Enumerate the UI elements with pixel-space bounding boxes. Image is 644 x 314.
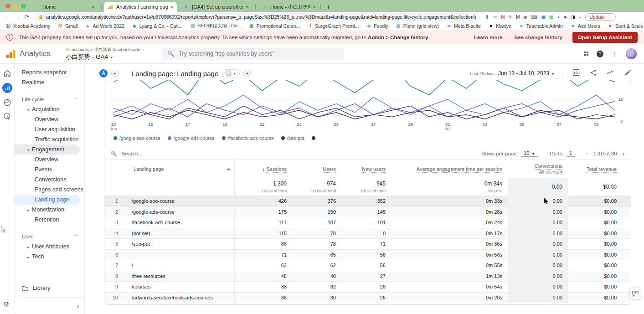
avatar[interactable] [626,48,637,59]
browser-tab-school-home[interactable]: ◎ Home - 小白新势学院 × [258,2,319,12]
sidebar-item-conversions[interactable]: Conversions [15,175,84,185]
share-report-icon[interactable] [590,69,597,78]
extension-icon[interactable]: ▣ [541,15,545,20]
extension-icon[interactable]: M [501,15,505,20]
total-revenue-header[interactable]: Total revenue [568,166,631,172]
help-icon[interactable]: ? [597,51,603,57]
users-header[interactable]: Users [292,166,341,172]
add-metric-icon[interactable]: + [243,70,251,77]
table-row[interactable]: 9 /courses 38 32 26 0m 54s 0.00 $0.00 [104,281,631,292]
bookmark-item[interactable]: ■ Klaviyo [488,23,511,29]
table-row[interactable]: 8 /free-resources 48 40 27 1m 13s 0.00 $… [104,271,631,282]
sidebar-item-reports-snapshot[interactable]: Reports snapshot [15,67,84,77]
table-row[interactable]: 4 (not set) 115 78 0 0m 17s 0.00 $0.00 [104,228,631,239]
reload-icon[interactable]: ⟳ [25,14,29,20]
edit-report-icon[interactable] [624,69,631,78]
legend-item[interactable]: /google-seo-course [113,135,160,141]
prev-page-icon[interactable]: ‹ [586,150,588,157]
date-range-picker[interactable]: Jun 13 - Jul 10, 2023▼ [498,70,555,77]
new-users-header[interactable]: New users [341,166,391,172]
see-change-history-link[interactable]: See change history [514,35,562,40]
insights-icon[interactable] [607,69,614,78]
reports-icon[interactable] [2,83,12,93]
sidebar-item-engagement-overview[interactable]: Overview [15,154,84,165]
dimension-header[interactable]: Landing page+ [121,165,234,173]
bookmark-star-icon[interactable]: ☆ [493,14,497,20]
tab-close-icon[interactable]: × [313,4,316,10]
collapse-caret-icon[interactable]: ⌃ [74,232,78,242]
bookmark-item[interactable]: Ⓝ Xiaobai Academy [5,23,50,29]
bookmark-item[interactable]: ▤ SEO课程大纲 - Go... [190,23,242,29]
table-row[interactable]: 10 /adwords-seo-facebook-ads-courses 36 … [104,292,631,303]
sidebar-section-user[interactable]: User⌃ [15,232,84,242]
learn-more-link[interactable]: Learn more [474,35,503,40]
browser-tab-analytics[interactable]: Analytics | Landing page: Land × [104,2,177,12]
search-input[interactable] [179,51,339,57]
bookmark-item[interactable]: ▲ Ad World 2022 [85,23,124,29]
legend-item[interactable]: /google-ads-course [168,135,215,141]
sidebar-item-retention[interactable]: Retention [15,215,84,225]
bookmark-item[interactable]: ▦ Plann (grid view) [396,23,439,29]
forward-icon[interactable]: → [15,14,20,20]
sidebar-item-monetization[interactable]: ▸Monetization [15,205,84,215]
sidebar-item-pages-and-screens[interactable]: Pages and screens [15,185,84,195]
sessions-line-chart[interactable] [113,80,615,121]
more-options-icon[interactable]: ⋮ [612,51,618,57]
legend-item[interactable] [312,136,318,140]
table-search-input[interactable]: Search... [122,151,143,156]
bookmark-item[interactable]: ● Add Users [570,23,600,29]
extension-icon[interactable]: ▦ [549,15,553,20]
extension-icon[interactable]: ◒ [579,15,582,20]
collapse-sidebar-icon[interactable]: ‹ [77,303,79,309]
extension-icon[interactable]: M [516,15,520,20]
feedback-bubble-icon[interactable] [629,288,641,299]
traffic-light-close[interactable] [5,4,10,9]
google-apps-icon[interactable] [584,51,588,56]
advertising-icon[interactable] [3,112,11,120]
sidebar-item-tech[interactable]: ▸Tech [15,252,84,262]
collapsed-arrow-icon[interactable]: ▸ [27,245,29,249]
home-icon[interactable] [3,69,11,77]
tab-close-icon[interactable]: × [92,4,95,10]
bookmark-item[interactable]: ∞ Meta B-suite [446,23,481,29]
extension-icon[interactable]: ◉ [523,15,527,20]
browser-tab-ga4-scroll[interactable]: G [GA4] Set up a scroll conversi × [180,2,252,12]
extension-icon[interactable]: ➤ [563,15,567,20]
legend-item[interactable]: /seo-ppt [281,135,304,141]
share-icon[interactable]: ⬆ [485,14,489,20]
chrome-update-button[interactable]: Update ⋮ [585,13,615,21]
back-icon[interactable]: ← [5,14,10,20]
sidebar-item-realtime[interactable]: Realtime [15,77,84,88]
extension-icon[interactable]: ◨ [571,15,575,20]
sidebar-item-acquisition[interactable]: ▾Acquisition [15,104,84,114]
bookmark-item[interactable]: J SurgeGraph Premi... [307,23,359,29]
browser-tab-home[interactable]: ♥ Home × [30,2,98,12]
account-switcher[interactable]: All accounts > 小白新势 Xiaobai Acade... 小白新… [66,47,144,61]
explore-icon[interactable] [3,98,11,107]
sidebar-item-traffic-acquisition[interactable]: Traffic acquisition [15,134,84,144]
table-row[interactable]: 6 71 65 56 0m 56s 0.00 $0.00 [104,249,631,260]
sidebar-item-acquisition-overview[interactable]: Overview [15,114,84,124]
rows-per-page-select[interactable]: 10 ▼ [521,150,538,157]
add-comparison-icon[interactable]: + [111,70,118,77]
sidebar-item-events[interactable]: Events [15,165,84,175]
sidebar-item-engagement[interactable]: ▾Engagement [15,144,80,154]
collapsed-arrow-icon[interactable]: ▸ [27,255,29,259]
bookmark-item[interactable]: ● Teachable Admin [519,23,563,29]
conversions-header[interactable]: ConversionsAll events ▾ [508,163,568,175]
new-tab-button[interactable]: + [326,3,330,10]
analytics-search[interactable]: 🔍 [162,48,344,60]
conversions-event-filter[interactable]: All events ▾ [508,170,562,175]
table-row[interactable]: 5 /seo-ppt 86 78 71 0m 36s 0.00 $0.00 [104,238,631,249]
admin-gear-icon[interactable]: ⚙ [3,300,9,309]
add-column-icon[interactable]: + [227,165,231,173]
table-row[interactable]: 1 /google-seo-course 426 376 352 0m 33s … [104,196,631,206]
address-bar[interactable]: 🔒 analytics.google.com/analytics/web/?au… [34,13,480,21]
table-row[interactable]: 7 / 63 62 56 0m 55s 0.00 $0.00 [104,260,631,271]
legend-item[interactable]: /facebook-ads-course [222,135,274,141]
traffic-light-minimize[interactable] [13,4,18,9]
avg-engagement-header[interactable]: Average engagement time per session [391,166,508,172]
analytics-logo-icon[interactable] [6,50,15,58]
tab-close-icon[interactable]: × [170,4,173,10]
bookmark-item[interactable]: ▦ Promotional Calen... [249,23,300,29]
